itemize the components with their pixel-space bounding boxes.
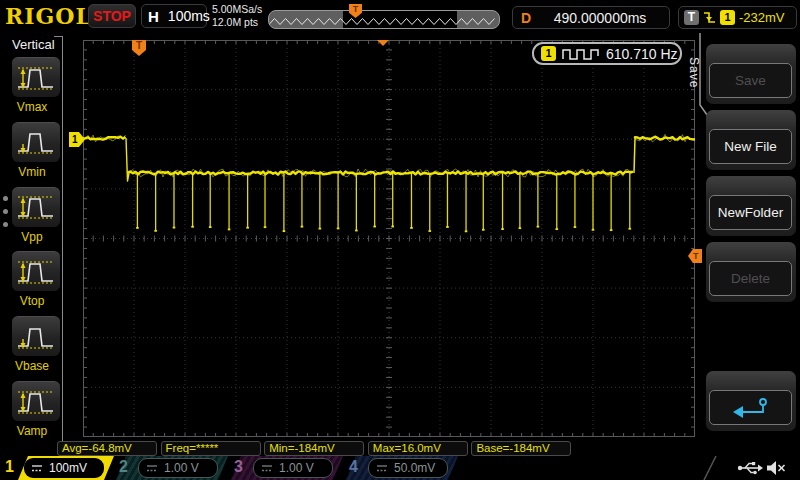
- page-indicator-dot: [3, 222, 8, 227]
- frequency-value: 610.710 Hz: [606, 46, 678, 62]
- trigger-source-badge: 1: [720, 10, 735, 25]
- menu-item-label: Vmin: [0, 165, 64, 179]
- frequency-counter: 1 610.710 Hz: [532, 42, 682, 65]
- measurement-pulse-icon: [15, 191, 57, 223]
- measurement-readout: Base=-184mV: [471, 441, 571, 456]
- right-menu-tab-save: Save: [687, 57, 701, 88]
- delay-label: D: [521, 10, 531, 26]
- square-wave-icon: [562, 47, 600, 60]
- softkey-delete[interactable]: Delete: [706, 242, 796, 302]
- statusbar-divider: [700, 456, 720, 480]
- measurement-readout: Min=-184mV: [264, 441, 364, 456]
- menu-item-label: Vtop: [0, 294, 64, 308]
- channel-scale: 50.0mV: [394, 461, 435, 475]
- coupling-dc-icon: [31, 464, 43, 473]
- trigger-label: T: [684, 10, 699, 25]
- acquisition-info: 5.00MSa/s 12.0M pts: [212, 3, 262, 29]
- page-indicator-dot: [3, 209, 8, 214]
- menu-item-vtop[interactable]: [12, 251, 60, 291]
- graticule-waveform-display: [83, 40, 695, 437]
- softkey-label: NewFolder: [709, 195, 792, 230]
- menu-item-label: Vpp: [0, 230, 64, 244]
- coupling-dc-icon: [261, 464, 273, 473]
- menu-item-vmax[interactable]: [12, 57, 60, 97]
- menu-item-vbase[interactable]: [12, 316, 60, 356]
- oscilloscope-screen: RIGOL STOP H 100ms 5.00MSa/s 12.0M pts T…: [0, 0, 800, 480]
- preview-waveform-icon: [269, 11, 499, 29]
- delay-value: 490.000000ms: [531, 10, 669, 26]
- speaker-muted-icon: [766, 460, 786, 476]
- measurement-pulse-icon: [15, 62, 57, 94]
- channel-3-button[interactable]: 31.00 V: [231, 456, 343, 480]
- menu-item-vpp[interactable]: [12, 187, 60, 227]
- channel-1-button[interactable]: 1100mV: [2, 456, 114, 480]
- measurement-pulse-icon: [15, 321, 57, 353]
- channel-number: 4: [349, 458, 358, 476]
- freq-counter-channel-badge: 1: [541, 46, 556, 61]
- channel-scale: 1.00 V: [279, 461, 314, 475]
- channel-scale-box: 100mV: [24, 458, 104, 478]
- measurement-readout: Freq=*****: [161, 441, 261, 456]
- horizontal-label: H: [148, 8, 159, 25]
- waveform-position-preview: [268, 10, 500, 29]
- channel-scale-box: 1.00 V: [253, 458, 333, 478]
- trigger-level-value: -232mV: [739, 10, 785, 25]
- softkey-label: Delete: [709, 261, 792, 296]
- page-indicator-dot: [3, 196, 8, 201]
- menu-item-vamp[interactable]: [12, 381, 60, 421]
- measurement-pulse-icon: [15, 126, 57, 158]
- run-state-indicator: STOP: [88, 4, 136, 28]
- channel-scale-box: 1.00 V: [138, 458, 218, 478]
- rigol-logo: RIGOL: [5, 3, 92, 29]
- falling-edge-icon: [703, 10, 716, 25]
- left-menu-title: Vertical: [12, 37, 55, 52]
- channel-scale: 1.00 V: [164, 461, 199, 475]
- menu-item-label: Vmax: [0, 100, 64, 114]
- softkey-label: New File: [709, 129, 792, 164]
- measurement-pulse-icon: [15, 386, 57, 418]
- measurement-pulse-icon: [15, 256, 57, 288]
- horizontal-menu-button[interactable]: H 100ms: [141, 4, 207, 28]
- menu-item-vmin[interactable]: [12, 122, 60, 162]
- usb-icon: [737, 460, 763, 476]
- back-button[interactable]: [706, 371, 796, 431]
- timebase-value: 100ms: [168, 8, 210, 24]
- softkey-newfolder[interactable]: NewFolder: [706, 176, 796, 236]
- channel-number: 2: [119, 458, 128, 476]
- memory-depth: 12.0M pts: [212, 16, 262, 29]
- channel-number: 1: [5, 458, 14, 476]
- channel-4-button[interactable]: 450.0mV: [346, 456, 458, 480]
- trigger-readout: T 1 -232mV: [678, 6, 797, 29]
- menu-item-label: Vbase: [0, 359, 64, 373]
- measurement-readout: Avg=-64.8mV: [57, 441, 157, 456]
- left-menu-border-top: [54, 36, 63, 37]
- softkey-new-file[interactable]: New File: [706, 110, 796, 170]
- softkey-save[interactable]: Save: [706, 44, 796, 104]
- channel-number: 3: [234, 458, 243, 476]
- softkey-label: Save: [709, 63, 792, 98]
- coupling-dc-icon: [376, 464, 388, 473]
- return-arrow-icon: [731, 396, 771, 420]
- coupling-dc-icon: [146, 464, 158, 473]
- channel-scale: 100mV: [49, 461, 87, 475]
- measurement-readout: Max=16.0mV: [368, 441, 468, 456]
- delay-readout: D 490.000000ms: [512, 6, 670, 29]
- sample-rate: 5.00MSa/s: [212, 3, 262, 16]
- menu-item-label: Vamp: [0, 424, 64, 438]
- channel-2-button[interactable]: 21.00 V: [116, 456, 228, 480]
- channel-scale-box: 50.0mV: [368, 458, 448, 478]
